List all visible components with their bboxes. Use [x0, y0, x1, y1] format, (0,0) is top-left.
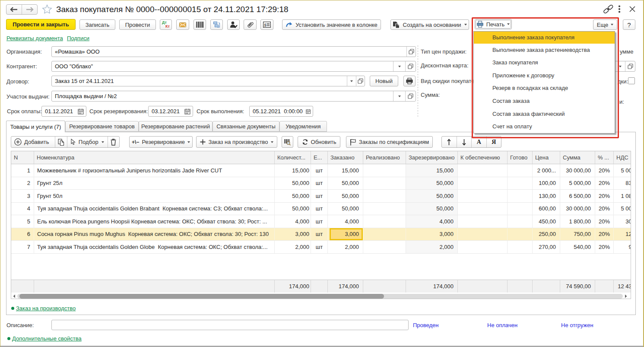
svg-text:$: $ — [264, 23, 266, 27]
